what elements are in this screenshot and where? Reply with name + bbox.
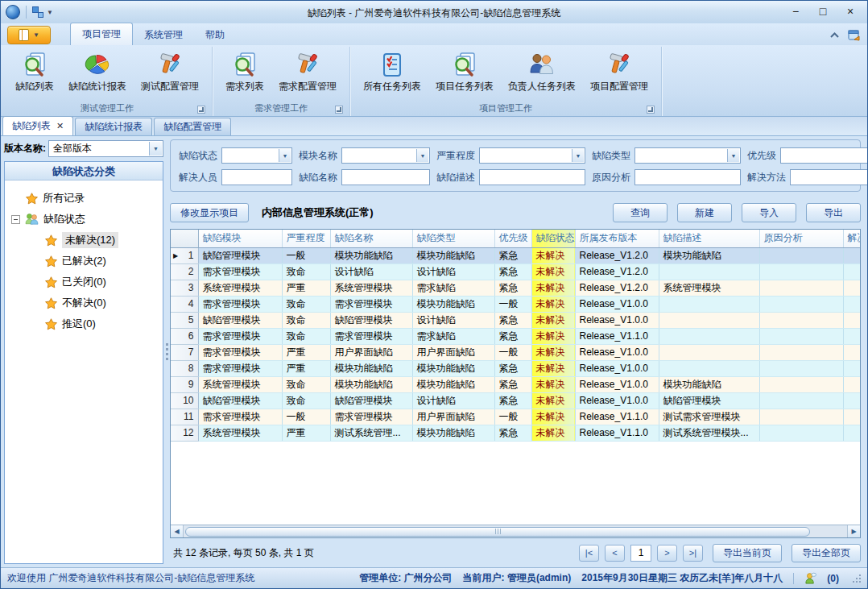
- cell-module[interactable]: 缺陷管理模块: [198, 392, 282, 409]
- table-row[interactable]: 4需求管理模块致命需求管理模块模块功能缺陷一般未解决Release_V1.0.0: [171, 296, 861, 312]
- document-tab-1[interactable]: 缺陷统计报表: [75, 118, 152, 135]
- column-header-solution[interactable]: 解决方法: [843, 230, 861, 247]
- cell-priority[interactable]: 紧急: [494, 263, 531, 280]
- column-header-status[interactable]: 缺陷状态: [531, 230, 575, 247]
- ribbon-button-requirement-config[interactable]: 需求配置管理: [271, 49, 344, 95]
- table-row[interactable]: ▶1缺陷管理模块一般模块功能缺陷模块功能缺陷紧急未解决Release_V1.2.…: [171, 247, 861, 263]
- cell-name[interactable]: 需求管理模块: [330, 409, 412, 425]
- cell-severity[interactable]: 严重: [282, 425, 330, 441]
- cell-description[interactable]: [659, 312, 759, 328]
- filter-severity-select[interactable]: ▼: [479, 147, 585, 164]
- document-tab-2[interactable]: 缺陷配置管理: [154, 118, 231, 135]
- cell-version[interactable]: Release_V1.2.0: [575, 263, 659, 280]
- cell-priority[interactable]: 紧急: [494, 280, 531, 296]
- ribbon-button-project-config[interactable]: 项目配置管理: [583, 49, 655, 95]
- horizontal-scrollbar[interactable]: ◀ ▶: [171, 525, 860, 537]
- cell-name[interactable]: 模块功能缺陷: [330, 376, 412, 392]
- cell-status[interactable]: 未解决: [531, 409, 575, 425]
- cell-module[interactable]: 需求管理模块: [198, 263, 282, 280]
- tree-item-unresolved[interactable]: 未解决(12): [6, 230, 161, 251]
- cell-module[interactable]: 需求管理模块: [198, 344, 282, 360]
- cell-description[interactable]: 测试系统管理模块...: [659, 425, 759, 441]
- cell-status[interactable]: 未解决: [531, 247, 575, 263]
- tree-item-closed[interactable]: 已关闭(0): [6, 272, 161, 292]
- table-row[interactable]: 6需求管理模块致命需求管理模块需求缺陷紧急未解决Release_V1.1.0: [171, 328, 861, 344]
- cell-severity[interactable]: 致命: [282, 263, 330, 280]
- cell-description[interactable]: 缺陷管理模块: [659, 392, 759, 409]
- cell-module[interactable]: 系统管理模块: [198, 376, 282, 392]
- maximize-button[interactable]: □: [811, 4, 835, 20]
- dialog-launcher-icon[interactable]: [647, 106, 655, 114]
- cell-type[interactable]: 模块功能缺陷: [412, 360, 494, 376]
- column-header-severity[interactable]: 严重程度: [282, 230, 330, 247]
- cell-status[interactable]: 未解决: [531, 328, 575, 344]
- modify-display-items-button[interactable]: 修改显示项目: [170, 203, 249, 222]
- row-indicator[interactable]: 4: [171, 296, 198, 312]
- column-header-priority[interactable]: 优先级: [494, 230, 531, 247]
- table-row[interactable]: 8需求管理模块严重模块功能缺陷模块功能缺陷紧急未解决Release_V1.0.0: [171, 360, 861, 376]
- cell-status[interactable]: 未解决: [531, 392, 575, 409]
- new-button[interactable]: 新建: [677, 203, 732, 222]
- cell-module[interactable]: 需求管理模块: [198, 328, 282, 344]
- dialog-launcher-icon[interactable]: [335, 106, 343, 114]
- cell-severity[interactable]: 一般: [282, 247, 330, 263]
- cell-priority[interactable]: 紧急: [494, 376, 531, 392]
- cell-cause[interactable]: [759, 344, 843, 360]
- cell-description[interactable]: 测试需求管理模块: [659, 409, 759, 425]
- cell-solution[interactable]: [843, 296, 861, 312]
- cell-cause[interactable]: [759, 376, 843, 392]
- cell-solution[interactable]: [843, 344, 861, 360]
- export-button[interactable]: 导出: [806, 203, 861, 222]
- ribbon-button-defect-list[interactable]: 缺陷列表: [8, 49, 61, 95]
- cell-version[interactable]: Release_V1.2.0: [575, 280, 659, 296]
- cell-module[interactable]: 需求管理模块: [198, 296, 282, 312]
- filter-defect-desc-input[interactable]: [479, 169, 585, 185]
- application-menu-button[interactable]: ▼: [7, 26, 51, 44]
- style-selector-icon[interactable]: [848, 29, 861, 41]
- row-indicator[interactable]: 2: [171, 263, 198, 280]
- tree-item-resolved[interactable]: 已解决(2): [6, 251, 161, 272]
- cell-type[interactable]: 设计缺陷: [412, 263, 494, 280]
- table-row[interactable]: 7需求管理模块严重用户界面缺陷用户界面缺陷一般未解决Release_V1.0.0: [171, 344, 861, 360]
- filter-priority-select[interactable]: ▼: [780, 147, 868, 164]
- cell-severity[interactable]: 致命: [282, 296, 330, 312]
- column-header-module[interactable]: 缺陷模块: [198, 230, 282, 247]
- document-tab-0[interactable]: 缺陷列表✕: [2, 116, 73, 135]
- prev-page-button[interactable]: <: [605, 545, 625, 562]
- cell-description[interactable]: [659, 360, 759, 376]
- query-button[interactable]: 查询: [613, 203, 668, 222]
- cell-priority[interactable]: 紧急: [494, 312, 531, 328]
- cell-solution[interactable]: [843, 392, 861, 409]
- table-row[interactable]: 10缺陷管理模块致命缺陷管理模块设计缺陷紧急未解决Release_V1.0.0缺…: [171, 392, 861, 409]
- row-indicator[interactable]: 11: [171, 409, 198, 425]
- cell-type[interactable]: 模块功能缺陷: [412, 247, 494, 263]
- tree-item-postponed[interactable]: 推迟(0): [6, 313, 161, 334]
- cell-module[interactable]: 需求管理模块: [198, 360, 282, 376]
- cell-module[interactable]: 系统管理模块: [198, 280, 282, 296]
- cell-priority[interactable]: 一般: [494, 296, 531, 312]
- cell-solution[interactable]: [843, 360, 861, 376]
- cell-module[interactable]: 缺陷管理模块: [198, 247, 282, 263]
- cell-version[interactable]: Release_V1.1.0: [575, 409, 659, 425]
- cell-severity[interactable]: 致命: [282, 392, 330, 409]
- cell-name[interactable]: 系统管理模块: [330, 280, 412, 296]
- cell-cause[interactable]: [759, 328, 843, 344]
- cell-version[interactable]: Release_V1.1.0: [575, 328, 659, 344]
- cell-priority[interactable]: 一般: [494, 344, 531, 360]
- ribbon-button-requirement-list[interactable]: 需求列表: [218, 49, 271, 95]
- cell-priority[interactable]: 紧急: [494, 392, 531, 409]
- cell-type[interactable]: 模块功能缺陷: [412, 296, 494, 312]
- cell-status[interactable]: 未解决: [531, 344, 575, 360]
- cell-severity[interactable]: 致命: [282, 312, 330, 328]
- cell-module[interactable]: 缺陷管理模块: [198, 312, 282, 328]
- filter-solution-input[interactable]: [790, 169, 868, 185]
- cell-name[interactable]: 模块功能缺陷: [330, 247, 412, 263]
- cell-name[interactable]: 设计缺陷: [330, 263, 412, 280]
- cell-type[interactable]: 设计缺陷: [412, 312, 494, 328]
- page-number-input[interactable]: [630, 545, 651, 562]
- ribbon-tab-2[interactable]: 帮助: [194, 24, 236, 45]
- first-page-button[interactable]: |<: [579, 545, 599, 562]
- cell-priority[interactable]: 紧急: [494, 425, 531, 441]
- cell-version[interactable]: Release_V1.0.0: [575, 312, 659, 328]
- ribbon-button-defect-report[interactable]: 缺陷统计报表: [61, 49, 134, 95]
